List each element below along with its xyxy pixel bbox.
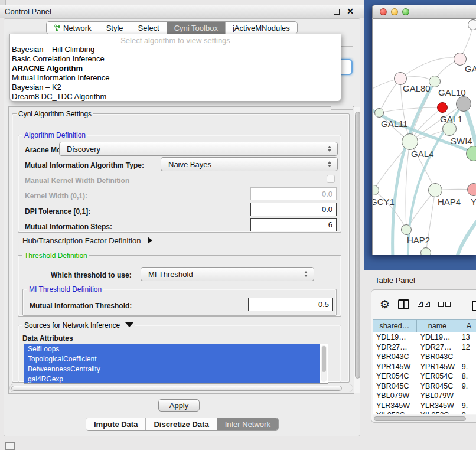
tab-discretize-data[interactable]: Discretize Data	[146, 418, 217, 430]
list-item[interactable]: BetweennessCentrality	[24, 364, 320, 374]
table-panel-title: Table Panel	[375, 276, 415, 285]
dropdown-item[interactable]: Basic Correlation Inference	[10, 54, 341, 64]
node-label: GAL4	[411, 149, 433, 159]
table-toolbar: ⚙	[371, 296, 476, 312]
hub-definition-label: Hub/Transcription Factor Definition	[22, 236, 141, 245]
network-node[interactable]	[456, 96, 471, 112]
aracne-mode-select[interactable]: Discovery	[59, 142, 338, 156]
minimize-window-icon[interactable]	[391, 8, 398, 15]
dpi-tolerance-input[interactable]: 0.0	[250, 203, 337, 216]
mi-threshold-input[interactable]: 0.5	[248, 298, 333, 311]
table-row[interactable]: YER054CYER054C8.	[373, 371, 476, 381]
manual-kernel-checkbox[interactable]	[327, 175, 335, 183]
which-threshold-select[interactable]: MI Threshold	[141, 267, 314, 281]
settings-horizontal-scrollbar[interactable]	[9, 384, 353, 392]
sources-group-toggle[interactable]: Sources for Network Inference	[22, 321, 135, 330]
hub-definition-toggle[interactable]: Hub/Transcription Factor Definition	[22, 236, 152, 245]
algorithm-dropdown: Select algorithm to view settings Bayesi…	[9, 34, 341, 102]
mi-type-select[interactable]: Naive Bayes	[161, 157, 338, 171]
dropdown-placeholder: Select algorithm to view settings	[10, 34, 341, 45]
deselect-all-checkboxes-icon[interactable]	[438, 302, 451, 307]
dropdown-item[interactable]: Mutual Information Inference	[10, 73, 341, 83]
float-panel-icon[interactable]	[334, 9, 340, 15]
column-layout-icon[interactable]	[398, 299, 409, 309]
tab-jactivemnodules[interactable]: jActiveMNodules	[226, 22, 297, 34]
panel-title: Control Panel	[5, 7, 51, 16]
network-node-gal11[interactable]	[374, 108, 384, 118]
mi-threshold-value: 0.5	[318, 300, 329, 309]
node-label: SWI4	[451, 136, 472, 146]
dpi-tolerance-value: 0.0	[322, 205, 332, 214]
table-row[interactable]: YBR043CYBR043C	[373, 352, 476, 362]
table-row[interactable]: YDL19…YDL19…13	[373, 332, 476, 343]
dropdown-item[interactable]: Bayesian – Hill Climbing	[10, 45, 341, 54]
network-canvas[interactable]: GAL GAL80 GAL10 GAL1 GAL11 SWI4 GAL4 GCY…	[372, 19, 476, 255]
apply-button[interactable]: Apply	[158, 399, 200, 412]
tab-label: Infer Network	[225, 420, 270, 429]
dpi-tolerance-label: DPI Tolerance [0,1]:	[25, 207, 90, 216]
tab-label: Cyni Toolbox	[174, 24, 218, 32]
threshold-definition-title: Threshold Definition	[22, 252, 89, 260]
which-threshold-value: MI Threshold	[148, 270, 193, 279]
table-row[interactable]: YBR045CYBR045C9.	[373, 381, 476, 392]
network-node-gal1-selected[interactable]	[437, 102, 448, 113]
network-node[interactable]	[420, 247, 431, 255]
network-node-hap2[interactable]	[401, 224, 412, 235]
list-item[interactable]: gal4RGexp	[24, 374, 320, 384]
tab-cyni-toolbox[interactable]: Cyni Toolbox	[167, 22, 226, 34]
mi-steps-label: Mutual Information Steps:	[25, 223, 112, 231]
table-row[interactable]: YLR345WYLR345W9.	[373, 401, 476, 411]
node-label: GAL10	[438, 87, 466, 97]
dropdown-item-highlighted[interactable]: ARACNE Algorithm	[10, 64, 341, 73]
network-node-gal10[interactable]	[429, 76, 441, 87]
network-node[interactable]	[468, 19, 476, 30]
mi-type-label: Mutual Information Algorithm Type:	[25, 161, 144, 169]
gear-icon[interactable]: ⚙	[380, 299, 390, 310]
table-row[interactable]: YPR145WYPR145W9.	[373, 362, 476, 372]
apply-button-label: Apply	[169, 401, 189, 410]
kernel-width-input[interactable]: 0.0	[250, 187, 337, 200]
tab-label: Impute Data	[94, 420, 138, 429]
table-row[interactable]: YBL079WYBL079W	[373, 391, 476, 401]
bottom-tabs: Impute Data Discretize Data Infer Networ…	[86, 418, 279, 431]
tab-impute-data[interactable]: Impute Data	[86, 418, 146, 430]
aracne-mode-value: Discovery	[67, 145, 100, 154]
data-attributes-label: Data Attributes	[22, 334, 73, 343]
list-item[interactable]: TopologicalCoefficient	[24, 354, 320, 364]
list-item[interactable]: SelfLoops	[24, 344, 320, 354]
tab-select[interactable]: Select	[131, 22, 167, 34]
kernel-width-label: Kernel Width (0,1):	[25, 192, 87, 200]
dropdown-item[interactable]: Bayesian – K2	[10, 83, 341, 92]
network-node-hap4[interactable]	[428, 183, 442, 197]
mi-steps-input[interactable]: 6	[250, 218, 337, 231]
select-all-checkboxes-icon[interactable]	[418, 302, 430, 307]
tab-style[interactable]: Style	[99, 22, 131, 34]
expanded-arrow-icon	[125, 322, 133, 327]
table-horizontal-scrollbar[interactable]	[373, 415, 476, 422]
settings-vertical-scrollbar[interactable]	[354, 107, 360, 393]
dropdown-item[interactable]: Dream8 DC_TDC Algorithm	[10, 92, 341, 102]
document-icon[interactable]	[472, 301, 476, 311]
column-header-name[interactable]: name	[417, 320, 458, 332]
mi-steps-value: 6	[328, 220, 332, 229]
algorithm-definition-title: Algorithm Definition	[22, 131, 87, 139]
node-label: GAL80	[403, 83, 431, 93]
close-window-icon[interactable]	[380, 8, 387, 15]
close-panel-icon[interactable]: ✕	[347, 6, 354, 16]
stepper-arrows-icon	[328, 146, 331, 152]
network-window-titlebar[interactable]	[372, 5, 476, 19]
which-threshold-label: Which threshold to use:	[51, 271, 132, 279]
network-node-gal4[interactable]	[402, 133, 418, 150]
tab-infer-network[interactable]: Infer Network	[217, 418, 278, 430]
network-node[interactable]	[467, 183, 476, 196]
table-row[interactable]: YDR27…YDR27…12	[373, 343, 476, 353]
column-header-clipped[interactable]: A	[458, 320, 476, 332]
zoom-window-icon[interactable]	[402, 8, 409, 15]
minimized-panel-icon[interactable]	[5, 442, 15, 450]
list-scrollbar[interactable]	[321, 345, 327, 382]
table-row[interactable]: YIL052CYIL052C9.	[373, 410, 476, 414]
tab-label: Discretize Data	[154, 420, 208, 429]
control-panel-tabs: Network Style Select Cyni Toolbox jActiv…	[46, 21, 298, 34]
column-header-shared-name[interactable]: shared…	[373, 320, 417, 332]
tab-network[interactable]: Network	[47, 22, 99, 34]
